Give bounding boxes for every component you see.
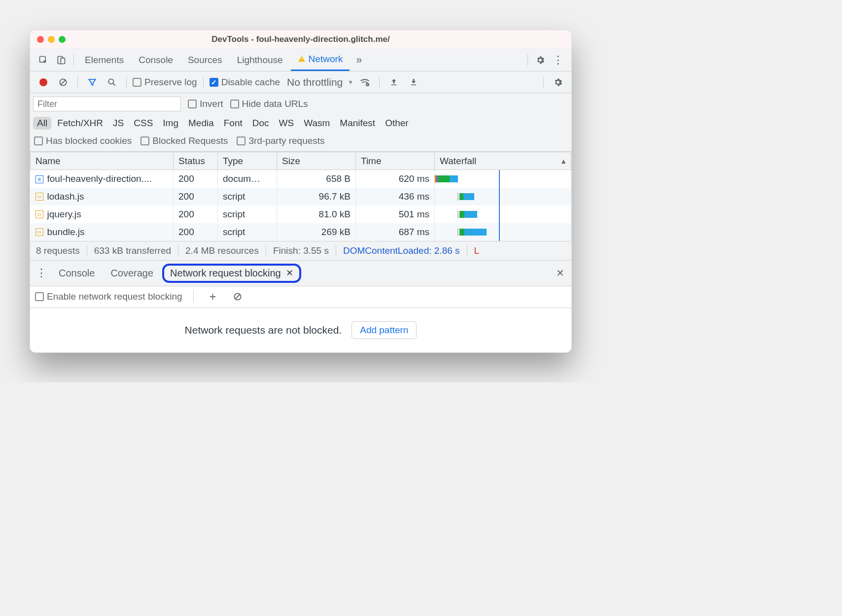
drawer-tab-console[interactable]: Console xyxy=(52,266,102,281)
maximize-window-button[interactable] xyxy=(59,36,66,43)
preserve-log-checkbox[interactable]: Preserve log xyxy=(133,77,197,88)
blocked-requests-checkbox[interactable]: Blocked Requests xyxy=(140,136,228,146)
cell-time: 620 ms xyxy=(356,170,435,188)
table-row[interactable]: ≡foul-heavenly-direction....200docum…658… xyxy=(31,170,571,188)
chip-doc[interactable]: Doc xyxy=(248,117,273,130)
chip-fetch-xhr[interactable]: Fetch/XHR xyxy=(53,117,107,130)
disable-cache-checkbox[interactable]: ✓Disable cache xyxy=(210,77,280,88)
status-transferred: 633 kB transferred xyxy=(87,245,178,256)
cell-time: 687 ms xyxy=(356,223,435,241)
col-name[interactable]: Name xyxy=(31,152,174,170)
throttling-select[interactable]: No throttling ▼ xyxy=(283,76,353,88)
table-header: Name Status Type Size Time Waterfall▲ xyxy=(31,152,571,170)
script-icon: ‹› xyxy=(35,228,43,236)
add-pattern-icon[interactable]: + xyxy=(205,288,221,305)
cell-type: script xyxy=(218,188,277,205)
table-row[interactable]: ‹›jquery.js200script81.0 kB501 ms xyxy=(31,205,571,223)
chip-all[interactable]: All xyxy=(33,117,51,130)
cell-name: ‹›bundle.js xyxy=(31,223,174,241)
cell-status: 200 xyxy=(174,205,218,223)
more-tabs-icon[interactable]: » xyxy=(351,52,367,68)
status-domcontentloaded: DOMContentLoaded: 2.86 s xyxy=(336,245,467,256)
chip-manifest[interactable]: Manifest xyxy=(336,117,379,130)
chip-ws[interactable]: WS xyxy=(275,117,298,130)
sort-arrow-icon: ▲ xyxy=(560,157,567,165)
tab-elements[interactable]: Elements xyxy=(78,49,131,71)
svg-line-13 xyxy=(235,294,240,299)
tab-lighthouse[interactable]: Lighthouse xyxy=(230,49,290,71)
col-size[interactable]: Size xyxy=(277,152,356,170)
cell-status: 200 xyxy=(174,223,218,241)
drawer-menu-icon[interactable]: ⋮ xyxy=(33,265,50,281)
svg-line-6 xyxy=(61,80,66,85)
document-icon: ≡ xyxy=(35,175,43,183)
chip-js[interactable]: JS xyxy=(109,117,128,130)
device-toolbar-icon[interactable] xyxy=(53,52,70,68)
titlebar: DevTools - foul-heavenly-direction.glitc… xyxy=(30,30,571,49)
close-tab-icon[interactable]: ✕ xyxy=(286,268,293,278)
cell-waterfall xyxy=(435,170,571,188)
divider xyxy=(73,54,74,66)
close-window-button[interactable] xyxy=(37,36,44,43)
cell-name: ‹›lodash.js xyxy=(31,188,174,205)
chip-font[interactable]: Font xyxy=(220,117,246,130)
enable-blocking-checkbox[interactable]: Enable network request blocking xyxy=(35,291,182,302)
col-time[interactable]: Time xyxy=(356,152,435,170)
chip-other[interactable]: Other xyxy=(381,117,413,130)
add-pattern-button[interactable]: Add pattern xyxy=(351,321,417,339)
filter-options-row: Has blocked cookies Blocked Requests 3rd… xyxy=(30,133,571,152)
svg-rect-3 xyxy=(301,58,302,60)
cell-size: 81.0 kB xyxy=(277,205,356,223)
col-type[interactable]: Type xyxy=(218,152,277,170)
chevron-down-icon: ▼ xyxy=(348,79,353,86)
col-waterfall[interactable]: Waterfall▲ xyxy=(435,152,571,170)
clear-icon[interactable] xyxy=(55,74,71,91)
svg-point-7 xyxy=(108,79,113,84)
drawer-tabs: ⋮ Console Coverage Network request block… xyxy=(30,261,571,286)
drawer-tab-network-request-blocking[interactable]: Network request blocking ✕ xyxy=(162,264,301,283)
network-conditions-icon[interactable] xyxy=(356,74,373,91)
cell-name: ≡foul-heavenly-direction.... xyxy=(31,170,174,188)
minimize-window-button[interactable] xyxy=(48,36,55,43)
cell-type: script xyxy=(218,205,277,223)
invert-checkbox[interactable]: Invert xyxy=(188,99,223,109)
hide-data-urls-checkbox[interactable]: Hide data URLs xyxy=(230,99,308,109)
cell-size: 96.7 kB xyxy=(277,188,356,205)
tab-sources[interactable]: Sources xyxy=(181,49,229,71)
svg-rect-2 xyxy=(61,58,65,64)
traffic-lights xyxy=(37,36,66,43)
chip-css[interactable]: CSS xyxy=(130,117,157,130)
col-status[interactable]: Status xyxy=(174,152,218,170)
network-table: Name Status Type Size Time Waterfall▲ ≡f… xyxy=(30,152,571,241)
settings-icon[interactable] xyxy=(532,52,549,68)
blocking-body: Network requests are not blocked. Add pa… xyxy=(30,308,571,352)
download-icon[interactable] xyxy=(405,74,422,91)
devtools-window: DevTools - foul-heavenly-direction.glitc… xyxy=(30,30,572,353)
filter-input[interactable] xyxy=(33,97,181,111)
kebab-menu-icon[interactable]: ⋮ xyxy=(550,52,566,68)
close-drawer-icon[interactable]: ✕ xyxy=(552,265,568,281)
filter-icon[interactable] xyxy=(84,74,101,91)
cell-waterfall xyxy=(435,205,571,223)
cell-name: ‹›jquery.js xyxy=(31,205,174,223)
third-party-checkbox[interactable]: 3rd-party requests xyxy=(237,136,324,146)
network-toolbar: Preserve log ✓Disable cache No throttlin… xyxy=(30,71,571,93)
table-row[interactable]: ‹›lodash.js200script96.7 kB436 ms xyxy=(31,188,571,205)
chip-wasm[interactable]: Wasm xyxy=(300,117,334,130)
record-button[interactable] xyxy=(35,74,52,91)
cell-size: 658 B xyxy=(277,170,356,188)
inspect-element-icon[interactable] xyxy=(35,52,52,68)
search-icon[interactable] xyxy=(104,74,120,91)
status-finish: Finish: 3.55 s xyxy=(266,245,336,256)
panel-settings-icon[interactable] xyxy=(550,74,566,91)
chip-media[interactable]: Media xyxy=(184,117,218,130)
table-row[interactable]: ‹›bundle.js200script269 kB687 ms xyxy=(31,223,571,241)
has-blocked-cookies-checkbox[interactable]: Has blocked cookies xyxy=(34,136,132,146)
tab-network[interactable]: Network xyxy=(291,49,350,71)
upload-icon[interactable] xyxy=(386,74,402,91)
clear-patterns-icon[interactable] xyxy=(229,288,246,305)
chip-img[interactable]: Img xyxy=(159,117,182,130)
warning-icon xyxy=(298,55,306,63)
drawer-tab-coverage[interactable]: Coverage xyxy=(104,266,160,281)
tab-console[interactable]: Console xyxy=(132,49,180,71)
